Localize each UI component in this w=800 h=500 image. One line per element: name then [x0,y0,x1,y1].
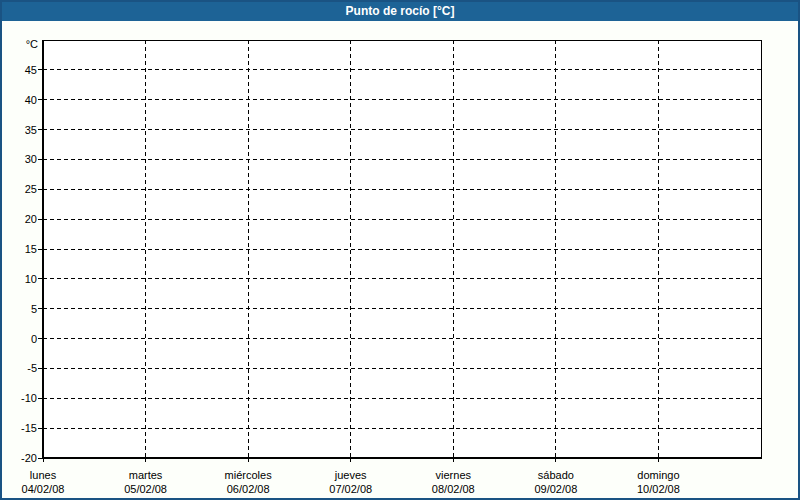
y-tick-label: -15 [21,422,37,434]
y-tick-label: 5 [31,303,37,315]
dew-point-plot: 454035302520151050-5-10-15-20°Clunes04/0… [0,0,800,500]
x-date-label: 07/02/08 [329,483,372,495]
x-day-label: viernes [436,469,472,481]
y-tick-label: 25 [25,183,37,195]
x-date-label: 08/02/08 [432,483,475,495]
y-tick-label: 10 [25,273,37,285]
y-tick-label: -20 [21,452,37,464]
y-tick-label: 40 [25,94,37,106]
x-date-label: 06/02/08 [227,483,270,495]
y-axis-unit-label: °C [26,38,38,50]
chart-window: 454035302520151050-5-10-15-20°Clunes04/0… [0,0,800,500]
y-tick-label: 0 [31,333,37,345]
y-tick-label: 45 [25,64,37,76]
x-day-label: domingo [637,469,679,481]
x-day-label: martes [129,469,163,481]
x-day-label: sábado [538,469,574,481]
y-tick-label: 20 [25,213,37,225]
y-tick-label: 35 [25,124,37,136]
x-date-label: 05/02/08 [124,483,167,495]
x-date-label: 04/02/08 [22,483,65,495]
y-tick-label: -5 [27,362,37,374]
x-day-label: miércoles [225,469,273,481]
x-date-label: 10/02/08 [637,483,680,495]
x-date-label: 09/02/08 [534,483,577,495]
title-bar: Punto de rocío [°C] [0,0,800,21]
y-tick-label: 15 [25,243,37,255]
y-tick-label: -10 [21,392,37,404]
y-tick-label: 30 [25,153,37,165]
x-day-label: jueves [334,469,367,481]
chart-title: Punto de rocío [°C] [346,4,455,18]
x-day-label: lunes [30,469,57,481]
